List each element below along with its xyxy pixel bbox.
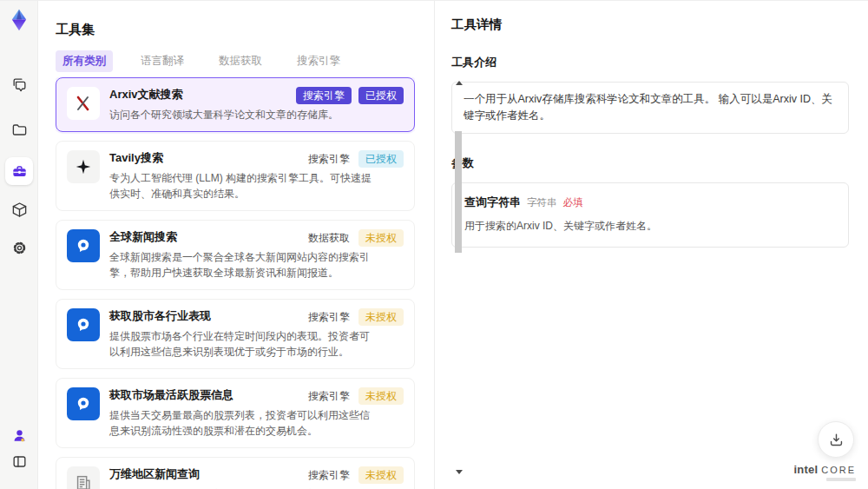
scroll-down-arrow-icon[interactable] (456, 470, 463, 474)
list-scrollbar[interactable] (454, 77, 463, 489)
intro-heading: 工具介绍 (451, 55, 849, 70)
scroll-up-arrow-icon[interactable] (456, 81, 463, 85)
app-window: 工具集 所有类别 语言翻译 数据获取 搜索引擎 Arxiv文献搜索 (0, 0, 868, 489)
tool-description: 访问各个研究领域大量科学论文和文章的存储库。 (109, 107, 372, 122)
auth-status-badge: 未授权 (358, 308, 404, 326)
tab-language-translation[interactable]: 语言翻译 (134, 50, 191, 72)
intro-text-box: 一个用于从Arxiv存储库搜索科学论文和文章的工具。 输入可以是Arxiv ID… (451, 82, 849, 134)
newspaper-icon (67, 466, 100, 489)
tool-card-sector-performance[interactable]: 获取股市各行业表现 搜索引擎 未授权 提供股票市场各个行业在特定时间段内的表现。… (56, 299, 415, 369)
parameter-name: 查询字符串 (464, 195, 521, 210)
category-tabs: 所有类别 语言翻译 数据获取 搜索引擎 (56, 50, 347, 72)
page-title: 工具集 (56, 22, 95, 38)
download-button[interactable] (818, 421, 854, 458)
category-label: 搜索引擎 (306, 466, 352, 484)
cube-icon[interactable] (9, 199, 30, 220)
user-icon[interactable] (9, 425, 30, 446)
tool-name: Tavily搜索 (109, 150, 163, 166)
params-heading: 参数 (451, 155, 849, 171)
brand-underline (826, 478, 856, 481)
folder-icon[interactable] (9, 119, 30, 140)
category-badge: 搜索引擎 (296, 87, 352, 104)
chat-icon[interactable] (9, 74, 30, 95)
category-label: 搜索引擎 (306, 308, 352, 326)
parameter-description: 用于搜索的Arxiv ID、关键字或作者姓名。 (464, 218, 836, 234)
brand-core-text: CORE (821, 465, 856, 475)
tab-data-fetch[interactable]: 数据获取 (212, 50, 269, 72)
tavily-star-icon (67, 150, 100, 183)
intel-core-logo: intel CORE (793, 463, 856, 481)
news-q-icon (67, 387, 100, 420)
auth-status-badge: 未授权 (358, 229, 404, 247)
icon-rail (0, 1, 38, 489)
category-label: 搜索引擎 (306, 387, 352, 405)
news-q-icon (67, 308, 100, 341)
arxiv-icon (67, 87, 100, 120)
tool-card-list: Arxiv文献搜索 搜索引擎 已授权 访问各个研究领域大量科学论文和文章的存储库… (56, 77, 415, 489)
tool-description: 提供当天交易量最高的股票列表，投资者可以利用这些信息来识别流动性强的股票和潜在的… (109, 407, 372, 439)
app-logo-diamond-icon (7, 8, 31, 32)
tool-description: 全球新闻搜索是一个聚合全球各大新闻网站内容的搜索引擎，帮助用户快速获取全球最新资… (109, 249, 372, 281)
tool-name: 全球新闻搜索 (109, 229, 177, 245)
tool-description: 提供股票市场各个行业在特定时间段内的表现。投资者可以利用这些信息来识别表现优于或… (109, 328, 372, 360)
scrollbar-thumb[interactable] (455, 131, 462, 253)
tools-list-panel: 工具集 所有类别 语言翻译 数据获取 搜索引擎 Arxiv文献搜索 (38, 1, 434, 489)
parameter-card: 查询字符串 字符串 必填 用于搜索的Arxiv ID、关键字或作者姓名。 (451, 182, 849, 248)
tool-name: Arxiv文献搜索 (109, 87, 183, 102)
category-label: 搜索引擎 (306, 150, 352, 168)
category-label: 数据获取 (306, 229, 352, 247)
detail-title: 工具详情 (451, 17, 849, 33)
tool-card-active-stocks[interactable]: 获取市场最活跃股票信息 搜索引擎 未授权 提供当天交易量最高的股票列表，投资者可… (56, 378, 415, 448)
tab-all-categories[interactable]: 所有类别 (56, 50, 113, 72)
collapse-sidebar-icon[interactable] (9, 451, 30, 472)
tab-search-engine[interactable]: 搜索引擎 (290, 50, 347, 72)
parameter-required-badge: 必填 (563, 196, 583, 209)
tool-card-regional-news[interactable]: 万维地区新闻查询 搜索引擎 未授权 查询具体行政区划内的新闻，快速了解各地新闻动 (56, 457, 415, 489)
auth-status-badge: 未授权 (358, 387, 404, 405)
auth-status-badge: 未授权 (358, 466, 404, 484)
tool-card-tavily[interactable]: Tavily搜索 搜索引擎 已授权 专为人工智能代理 (LLM) 构建的搜索引擎… (56, 141, 415, 211)
tool-card-arxiv[interactable]: Arxiv文献搜索 搜索引擎 已授权 访问各个研究领域大量科学论文和文章的存储库… (56, 77, 415, 132)
settings-gear-icon[interactable] (9, 237, 30, 258)
tool-detail-panel: 工具详情 工具介绍 一个用于从Arxiv存储库搜索科学论文和文章的工具。 输入可… (434, 1, 868, 489)
tool-description: 专为人工智能代理 (LLM) 构建的搜索引擎工具。可快速提供实时、准确和真实的结… (109, 170, 372, 202)
auth-status-badge: 已授权 (358, 150, 404, 168)
auth-status-badge: 已授权 (358, 87, 404, 104)
tool-name: 获取市场最活跃股票信息 (109, 387, 233, 403)
news-q-icon (67, 229, 100, 262)
tool-name: 万维地区新闻查询 (109, 466, 200, 482)
tool-name: 获取股市各行业表现 (109, 308, 211, 324)
parameter-type: 字符串 (527, 196, 557, 209)
brand-intel-text: intel (793, 463, 818, 476)
tool-card-global-news[interactable]: 全球新闻搜索 数据获取 未授权 全球新闻搜索是一个聚合全球各大新闻网站内容的搜索… (56, 220, 415, 290)
toolbox-icon-active[interactable] (5, 157, 33, 185)
